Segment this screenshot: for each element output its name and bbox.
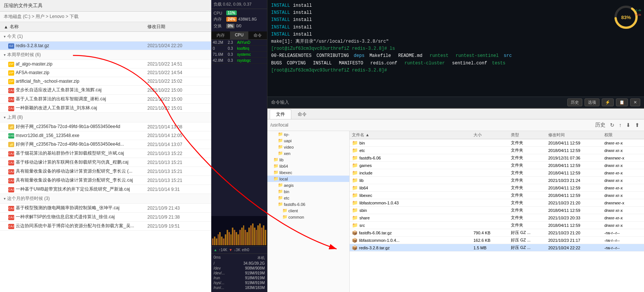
table-row[interactable]: 📦fastdfs-6.06.tar.gz 790.4 KB 好压 GZ ... … <box>350 229 644 237</box>
table-row[interactable]: 📁games 文件夹 2018/04/11 12:59 drwxr-xr-x <box>350 162 644 169</box>
folder-icon: 📁 <box>352 147 358 153</box>
tree-item[interactable]: 📁sy- <box>267 131 349 137</box>
tree-item[interactable]: 📁fastdfs-6.06 <box>267 201 349 207</box>
table-row[interactable]: 📁libexec 文件夹 2018/04/11 12:59 drwxr-xr-x <box>350 192 644 199</box>
table-row[interactable]: 📁fastdfs-6.06 文件夹 2019/12/31 07:36 drwxr… <box>350 154 644 162</box>
terminal-area: 83% + 1.4k/s + 6.8k/s INSTALL install IN… <box>267 0 644 109</box>
table-row[interactable]: 📁bin 文件夹 2018/04/11 12:59 drwxr-xr-x <box>350 139 644 147</box>
list-item[interactable]: ZIPartificial_fish_-school-master.zip202… <box>0 77 211 86</box>
chart-bar <box>241 228 243 245</box>
list-item[interactable]: ZIPAFSA-master.zip2021/10/22 14:54 <box>0 69 211 77</box>
chart-bar <box>256 230 257 245</box>
tree-item[interactable]: 📁client <box>267 207 349 214</box>
list-item[interactable]: 📁好例子网_c23567ba-72cd-49fd-9b1a-08553450ee… <box>0 122 211 131</box>
list-item[interactable]: GZredis-3.2.8.tar.gz2021/10/24 22:20 <box>0 42 211 50</box>
table-row[interactable]: 📁include 文件夹 2018/04/11 12:59 drwxr-xr-x <box>350 169 644 177</box>
list-item[interactable]: CAJ变步长自适应改进人工鱼群算法_朱旭辉.caj2021/10/22 15:0… <box>0 86 211 95</box>
table-row[interactable]: 📦libfastcommon-1.0.4... 162.6 KB 好压 GZ .… <box>350 237 644 244</box>
tree-item[interactable]: 📁etc <box>267 195 349 201</box>
file-type: 文件夹 <box>511 155 548 161</box>
file-date: 2021/10/14 12:05 <box>147 133 207 138</box>
tree-item[interactable]: 📁bin <box>267 188 349 195</box>
file-date: 2021/10/23 20:33 <box>548 216 604 220</box>
tree-item[interactable]: 📁aegis <box>267 182 349 188</box>
chart-bar <box>221 237 223 245</box>
tab-cpu[interactable]: CPU <box>230 31 249 39</box>
tree-item[interactable]: 📁common <box>267 214 349 220</box>
tab-files[interactable]: 文件 <box>270 109 291 119</box>
file-name: 云边协同系统中基于博弈论的资源分配与任务卸载方案_吴... <box>16 223 147 229</box>
list-item[interactable]: CAJ基于人工鱼群算法的出租车智能调度_谢桁.caj2021/10/22 15:… <box>0 95 211 104</box>
table-row[interactable]: 📁etc 文件夹 2018/04/11 12:59 drwxr-xr-x <box>350 147 644 154</box>
tab-memory[interactable]: 内存 <box>211 31 230 39</box>
file-name-cell: 📁fastdfs-6.06 <box>352 155 473 161</box>
memory-label: 内存 <box>214 16 225 22</box>
tree-item[interactable]: 📁video <box>267 144 349 150</box>
tree-label: local <box>279 177 288 181</box>
file-date: 2021/10/22 15:00 <box>147 97 207 102</box>
tree-item[interactable]: 📁libexec <box>267 169 349 176</box>
download-btn[interactable]: ⬇ <box>625 121 632 129</box>
list-item[interactable]: ZIPaf_algo-master.zip2021/10/22 14:51 <box>0 60 211 69</box>
net-down-value: ↓3K <box>234 248 240 252</box>
file-name: 一种新颖的改进人工鱼群算法_刘东林.caj <box>16 105 147 111</box>
list-item[interactable]: CAJ云边协同系统中基于博弈论的资源分配与任务卸载方案_吴...2021/10/… <box>0 222 211 231</box>
list-item[interactable]: CAJ基于模型预测的微电网频率协调控制策略_张坤平.caj2021/10/9 2… <box>0 204 211 213</box>
list-item[interactable]: EXEmsvcr120d.dll_156_123548.exe2021/10/1… <box>0 131 211 140</box>
tree-item[interactable]: 📁local <box>267 176 349 182</box>
list-item[interactable]: CAJ具有能量收集设备的移动边缘计算资源分配研究_李长云 (...2021/10… <box>0 167 211 176</box>
disk-avail: 919M/919M <box>245 271 265 275</box>
tree-label: lib <box>279 158 283 162</box>
tree-item[interactable]: 📁uapi <box>267 137 349 144</box>
file-icon: 📦 <box>352 238 358 243</box>
folder-icon: 📁 <box>278 195 283 200</box>
perf-circle: 83% + 1.4k/s + 6.8k/s <box>611 3 641 29</box>
history-button[interactable]: 历史 <box>567 98 582 106</box>
up-btn[interactable]: ↑ <box>617 121 623 129</box>
cmd-label: 命令输入 <box>271 99 289 106</box>
tab-command[interactable]: 命令 <box>248 31 267 39</box>
table-row[interactable]: 📦redis-3.2.8.tar.gz 1.5 MB 好压 GZ ... 202… <box>350 244 644 252</box>
folder-icon: 📁 <box>273 176 279 181</box>
mid-tab-bar: 内存 CPU 命令 <box>211 31 267 40</box>
chart-bar <box>212 238 214 245</box>
table-row[interactable]: 📁lib 文件夹 2021/10/23 21:24 drwxr-xr-x <box>350 177 644 184</box>
file-name: 基于人工鱼群算法的出租车智能调度_谢桁.caj <box>16 96 147 102</box>
history-btn[interactable]: 历史 <box>594 121 607 129</box>
lightning-button[interactable]: ⚡ <box>602 98 614 106</box>
tab-commands[interactable]: 命令 <box>291 109 313 119</box>
list-item[interactable]: CAJ一种求解TSP的生物信息启发式遗传算法_徐佳.caj2021/10/9 2… <box>0 213 211 222</box>
table-row[interactable]: 📁share 文件夹 2021/10/23 20:33 drwxr-xr-x <box>350 214 644 222</box>
cmd-input[interactable] <box>292 100 564 105</box>
table-row[interactable]: 📁libfastcommon-1.0.43 文件夹 2021/10/23 21:… <box>350 199 644 207</box>
upload-btn[interactable]: ⬆ <box>634 121 641 129</box>
chart-bar <box>245 230 246 245</box>
table-row[interactable]: 📁lib64 文件夹 2018/04/11 12:59 drwxr-xr-x <box>350 184 644 192</box>
list-item[interactable]: CAJ基于烟花算法的基站群协作计算卸载模型研究_许斌.caj2021/10/13… <box>0 149 211 158</box>
tree-item[interactable]: 📁lib64 <box>267 163 349 169</box>
breadcrumb: 本地磁盘 (C:) > 用户 > Lenovo > 下载 <box>0 12 211 22</box>
table-row[interactable]: 📁src 文件夹 2018/04/11 12:59 drwxr-xr-x <box>350 222 644 229</box>
table-row[interactable]: 📁sbin 文件夹 2018/04/11 12:59 drwxr-xr-x <box>350 207 644 214</box>
refresh-btn[interactable]: ↻ <box>608 121 616 129</box>
file-type: 文件夹 <box>511 200 548 206</box>
file-name: 一种基于UWB超带宽技术的井下定位系统研究_严新迪.caj <box>16 186 147 192</box>
options-button[interactable]: 选项 <box>585 98 599 106</box>
list-item[interactable]: CAJ基于移动边缘计算的车联网任务卸载研究与仿真_程鹏.caj2021/10/1… <box>0 158 211 167</box>
list-item[interactable]: CAJ一种基于UWB超带宽技术的井下定位系统研究_严新迪.caj2021/10/… <box>0 185 211 194</box>
folder-icon: 📁 <box>278 138 283 143</box>
close-button[interactable]: ✕ <box>630 98 640 106</box>
prompt1-line: [root@iZuf63cm3qvc93urthrefiZ redis-3.2.… <box>271 45 640 52</box>
list-item[interactable]: CAJ具有能量收集设备的移动边缘计算资源分配研究_李长云.caj2021/10/… <box>0 176 211 185</box>
tree-label: video <box>284 145 294 149</box>
copy-button[interactable]: 📋 <box>616 98 628 106</box>
process-row: 71.6M0.3systemc <box>211 52 267 58</box>
file-name: games <box>359 163 372 168</box>
folder-icon: 📁 <box>352 222 358 228</box>
list-item[interactable]: CAJ一种新颖的改进人工鱼群算法_刘东林.caj2021/10/22 15:01 <box>0 104 211 113</box>
list-item[interactable]: 📁好例子网_c23567ba-72cd-49fd-9b1a-08553450ee… <box>0 140 211 149</box>
tree-item[interactable]: 📁xen <box>267 150 349 156</box>
tree-item[interactable]: 📁lib <box>267 156 349 163</box>
chart-bar <box>243 225 245 245</box>
disk-avail: 908M/908M <box>245 266 265 270</box>
